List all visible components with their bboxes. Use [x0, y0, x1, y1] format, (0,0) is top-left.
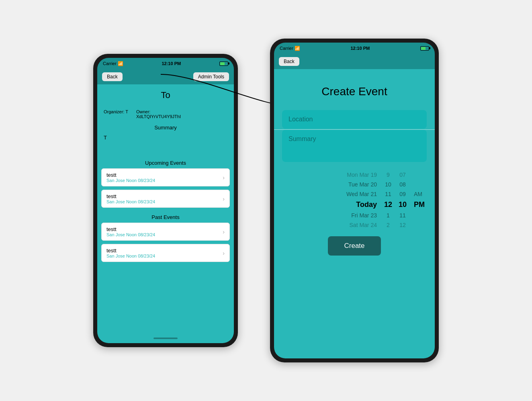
carrier-1: Carrier 📶 — [103, 61, 123, 66]
battery-fill-1 — [220, 62, 225, 65]
picker-minute-2: 09 — [396, 191, 412, 197]
event-row-info-3: testt San Jose Noon 08/23/24 — [106, 248, 155, 258]
carrier-2: Carrier 📶 — [280, 46, 300, 51]
location-placeholder: Location — [289, 116, 313, 123]
event-subtitle-2: San Jose Noon 08/23/24 — [106, 232, 155, 237]
screen1-to-header: To — [97, 84, 234, 106]
carrier-text-1: Carrier — [103, 61, 117, 66]
picker-date-2: Wed Mar 21 — [280, 191, 380, 197]
admin-tools-button[interactable]: Admin Tools — [193, 72, 229, 81]
create-event-title: Create Event — [274, 69, 435, 110]
date-time-picker[interactable]: Mon Mar 19 9 07 Tue Mar 20 10 08 Wed Mar… — [274, 170, 435, 230]
event-title-1: testt — [106, 193, 155, 199]
status-bar-2: Carrier 📶 12:10 PM — [274, 43, 435, 54]
event-title-3: testt — [106, 248, 155, 254]
event-subtitle-1: San Jose Noon 08/23/24 — [106, 199, 155, 204]
picker-ampm-today: PM — [412, 200, 428, 209]
nav-bar-2: Back — [274, 54, 435, 69]
picker-hour-2: 11 — [380, 191, 396, 197]
create-button[interactable]: Create — [328, 236, 381, 256]
wifi-icon-1: 📶 — [118, 61, 123, 66]
home-indicator-1 — [97, 333, 234, 343]
picker-ampm-2: AM — [412, 191, 428, 197]
picker-hour-today: 12 — [380, 200, 396, 209]
picker-row-4: Fri Mar 23 1 11 — [280, 211, 428, 220]
picker-row-1: Tue Mar 20 10 08 — [280, 180, 428, 189]
phone-screen-2: Carrier 📶 12:10 PM Back Create Event Loc… — [274, 43, 435, 358]
picker-row-2: Wed Mar 21 11 09 AM — [280, 189, 428, 199]
screen1-content: To Organizer: T Owner: XdLTQIYrVTU4Y9JTh… — [97, 84, 234, 333]
summary-label: Summary — [97, 122, 234, 133]
picker-minute-0: 07 — [396, 172, 412, 178]
picker-date-0: Mon Mar 19 — [280, 172, 380, 178]
event-row-info-0: testt San Jose Noon 08/23/24 — [106, 172, 155, 183]
time-1: 12:10 PM — [162, 61, 181, 66]
back-button-1[interactable]: Back — [102, 72, 123, 81]
battery-icon-2 — [420, 46, 429, 51]
summary-field[interactable]: Summary — [282, 130, 427, 162]
event-row-2[interactable]: testt San Jose Noon 08/23/24 › — [101, 223, 230, 241]
picker-date-4: Fri Mar 23 — [280, 212, 380, 219]
event-title-2: testt — [106, 226, 155, 232]
event-title-0: testt — [106, 172, 155, 178]
picker-row-5: Sat Mar 24 2 12 — [280, 220, 428, 230]
phone-frame-2: Carrier 📶 12:10 PM Back Create Event Loc… — [270, 39, 439, 362]
event-row-3[interactable]: testt San Jose Noon 08/23/24 › — [101, 244, 230, 262]
chevron-right-3: › — [223, 250, 225, 256]
home-bar-1 — [153, 338, 178, 339]
past-events-header: Past Events — [97, 211, 234, 223]
picker-hour-4: 1 — [380, 212, 396, 219]
phone-screen-1: Carrier 📶 12:10 PM Back Admin Tools To O… — [97, 58, 234, 343]
event-row-1[interactable]: testt San Jose Noon 08/23/24 › — [101, 190, 230, 208]
event-row-0[interactable]: testt San Jose Noon 08/23/24 › — [101, 168, 230, 186]
event-subtitle-3: San Jose Noon 08/23/24 — [106, 254, 155, 258]
picker-date-5: Sat Mar 24 — [280, 222, 380, 228]
status-right-1 — [219, 61, 228, 66]
picker-hour-0: 9 — [380, 172, 396, 178]
event-row-info-1: testt San Jose Noon 08/23/24 — [106, 193, 155, 204]
back-button-2[interactable]: Back — [279, 57, 299, 66]
picker-minute-5: 12 — [396, 222, 412, 228]
picker-minute-4: 11 — [396, 212, 412, 219]
wifi-icon-2: 📶 — [295, 46, 300, 51]
picker-date-today: Today — [280, 200, 380, 209]
battery-icon-1 — [219, 61, 228, 66]
event-row-info-2: testt San Jose Noon 08/23/24 — [106, 226, 155, 237]
organizer-label: Organizer: T — [104, 109, 128, 119]
summary-value: T — [97, 133, 234, 157]
chevron-right-1: › — [223, 196, 225, 202]
nav-bar-1: Back Admin Tools — [97, 69, 234, 84]
screen2-content: Create Event Location Summary Mon Mar 19… — [274, 69, 435, 358]
battery-fill-2 — [421, 47, 426, 50]
status-bar-1: Carrier 📶 12:10 PM — [97, 58, 234, 69]
picker-date-1: Tue Mar 20 — [280, 181, 380, 188]
chevron-right-2: › — [223, 229, 225, 235]
carrier-text-2: Carrier — [280, 46, 293, 51]
picker-row-today: Today 12 10 PM — [280, 199, 428, 211]
chevron-right-0: › — [223, 174, 225, 181]
event-subtitle-0: San Jose Noon 08/23/24 — [106, 178, 155, 183]
summary-placeholder: Summary — [289, 135, 316, 142]
picker-hour-5: 2 — [380, 222, 396, 228]
picker-minute-1: 08 — [396, 181, 412, 188]
time-2: 12:10 PM — [350, 46, 370, 51]
status-right-2 — [420, 46, 429, 51]
picker-hour-1: 10 — [380, 181, 396, 188]
location-field[interactable]: Location — [282, 110, 427, 129]
screen1-info: Organizer: T Owner: XdLTQIYrVTU4Y9JThI — [97, 106, 234, 122]
picker-minute-today: 10 — [396, 200, 412, 209]
upcoming-events-header: Upcoming Events — [97, 157, 234, 168]
phone-frame-1: Carrier 📶 12:10 PM Back Admin Tools To O… — [93, 54, 238, 347]
owner-section: Owner: XdLTQIYrVTU4Y9JThI — [136, 109, 181, 119]
owner-value: XdLTQIYrVTU4Y9JThI — [136, 114, 181, 119]
picker-row-0: Mon Mar 19 9 07 — [280, 170, 428, 180]
owner-label: Owner: — [136, 109, 150, 114]
